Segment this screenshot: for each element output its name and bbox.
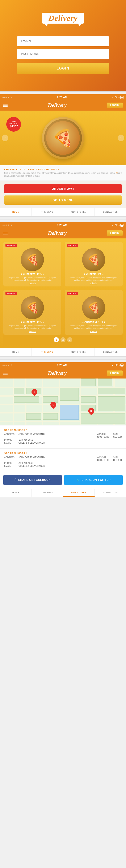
pizza: [46, 121, 80, 155]
menu-badge-1[interactable]: ORDER: [5, 244, 17, 247]
facebook-share-button[interactable]: f SHARE ON FACEBOOK: [3, 475, 62, 485]
menu-link-4[interactable]: + details: [90, 331, 97, 333]
wifi-icon-3: ⌾: [11, 364, 12, 367]
status-bar-left: ⌾: [3, 96, 12, 99]
signal-dot-m3: [6, 224, 7, 225]
signal-dot-m4: [8, 224, 9, 225]
pin-letter-3: D: [90, 410, 92, 412]
store-2-phone-row: PHONE: (123) 456-1561: [4, 462, 122, 464]
menu-link-1[interactable]: + details: [29, 282, 36, 284]
hero-info: CHESSE XL FOR 11,99$ & FREE DELIVERY Sed…: [0, 165, 126, 181]
signal-dot-s3: [6, 365, 7, 366]
hero-banner: NEW CHEESE XL $11⁹⁹ ‹ ›: [0, 111, 126, 165]
hamburger-icon-2[interactable]: [3, 232, 7, 235]
prev-arrow[interactable]: ‹: [2, 134, 8, 141]
header-login-btn-3[interactable]: LOGIN: [107, 371, 123, 376]
twitter-share-button[interactable]: 🐦 Share ON Twitter: [64, 475, 123, 485]
bottom-nav-2: HOME THE MENU OUR STORES CONTACT US: [0, 348, 126, 356]
login-button[interactable]: LOGIN: [17, 63, 109, 74]
battery-percent: 66%: [115, 96, 120, 99]
go-to-menu-button[interactable]: GO TO MENU: [4, 195, 122, 205]
menu-desc-3: adipisci velit, sed quia non numquam eiu…: [5, 324, 59, 330]
pin-circle-3: D: [87, 407, 95, 415]
login-screen: Delivery LOGIN: [0, 0, 126, 91]
signal-dot-3: [6, 97, 7, 98]
status-bar-time: 9:23 AM: [57, 96, 67, 99]
nav-contact-2[interactable]: CONTACT US: [95, 348, 126, 356]
status-bar-time-2: 9:23 AM: [57, 223, 67, 227]
menu-pizza-4: 🍕: [82, 296, 105, 319]
hamburger-icon[interactable]: [3, 104, 7, 106]
block-water: [60, 405, 79, 420]
block-10: [98, 378, 112, 386]
status-bar-right-3: ▲ 66% ▬: [112, 364, 124, 367]
logo-text: Delivery: [48, 14, 78, 23]
nav-stores[interactable]: OUR STORES: [63, 208, 95, 216]
battery-percent-3: 66%: [115, 364, 120, 366]
page-3-btn[interactable]: 3: [67, 337, 72, 342]
order-now-button[interactable]: ORDER NOW !: [4, 184, 122, 193]
app-header: Delivery LOGIN: [0, 100, 126, 111]
nav-contact-3[interactable]: CONTACT US: [95, 489, 126, 497]
pizza-board: [44, 119, 82, 157]
store-1-address-content: JOHN DOE 20 WEST BANK MON-FRI: 09:00 - 1…: [18, 433, 122, 438]
password-input[interactable]: [17, 49, 109, 59]
badge-price: $11⁹⁹: [10, 124, 17, 128]
menu-link-3[interactable]: + details: [29, 331, 36, 333]
nav-menu-3[interactable]: THE MENU: [32, 489, 63, 497]
dot-2[interactable]: [118, 172, 120, 174]
nav-stores-2[interactable]: OUR STORES: [63, 348, 95, 356]
signal-dot-s4: [8, 365, 9, 366]
pizza-image: [42, 117, 84, 159]
store-1-info: STORE NUMBER 1 ADDRESS: JOHN DOE 20 WEST…: [0, 425, 126, 448]
page-1-btn[interactable]: 1: [54, 337, 59, 342]
store-1-monfri: MON-FRI: 09:00 - 18:00: [97, 433, 109, 438]
location-icon: ▲: [112, 96, 114, 99]
block-1: [14, 388, 24, 394]
wifi-icon-2: ⌾: [11, 224, 12, 227]
location-icon-3: ▲: [112, 364, 114, 366]
store-1-sun-label: SUN:: [113, 433, 122, 435]
app-logo-2: Delivery: [48, 230, 67, 236]
header-login-btn[interactable]: LOGIN: [107, 102, 123, 108]
map-pin-1[interactable]: D: [32, 389, 37, 395]
map-pin-2[interactable]: D: [50, 402, 56, 408]
menu-link-2[interactable]: + details: [90, 282, 97, 284]
nav-menu[interactable]: THE MENU: [32, 208, 63, 216]
facebook-label: SHARE ON FACEBOOK: [18, 478, 51, 482]
menu-badge-3[interactable]: ORDER: [5, 292, 17, 295]
store-1-phone-label: PHONE:: [4, 439, 17, 441]
menu-name-1: ✦ CHEESE XL 11°$ ✦: [20, 273, 44, 276]
nav-home-3[interactable]: HOME: [0, 489, 32, 497]
status-bar-2: ⌾ 9:23 AM ▲ 66% ▬: [0, 222, 126, 228]
dot-3[interactable]: [121, 172, 122, 174]
block-12: [81, 396, 95, 403]
nav-home[interactable]: HOME: [0, 208, 32, 216]
nav-stores-3[interactable]: OUR STORES: [63, 489, 95, 497]
login-input[interactable]: [17, 36, 109, 46]
nav-contact[interactable]: CONTACT US: [95, 208, 126, 216]
next-arrow[interactable]: ›: [118, 134, 124, 141]
block-9: [81, 378, 95, 386]
store-2-title: STORE NUMBER 2: [4, 452, 122, 455]
store-1-address-label: ADDRESS:: [4, 433, 17, 438]
menu-badge-4[interactable]: ORDER: [67, 292, 78, 295]
pin-letter-2: D: [52, 403, 54, 406]
menu-badge-2[interactable]: ORDER: [67, 244, 78, 247]
page-2-btn[interactable]: 2: [60, 337, 66, 342]
store-2-address-label: ADDRESS:: [4, 456, 17, 461]
status-bar-3: ⌾ 9:23 AM ▲ 66% ▬: [0, 362, 126, 368]
twitter-icon: 🐦: [76, 478, 80, 482]
store-2-hours: MON-SAT: 09:00 - 19:00 SUN: CLOSED: [97, 456, 122, 461]
signal-dot-4: [8, 97, 9, 98]
map-pin-3[interactable]: D: [88, 408, 94, 414]
nav-menu-2[interactable]: THE MENU: [32, 348, 63, 356]
menu-content: ORDER 🍕 ✦ CHEESE XL 11°$ ✦ adipisci veli…: [0, 239, 126, 348]
hero-desc: Sed ut perspiciatis unde iste natus erro…: [4, 172, 122, 178]
battery-percent-2: 66%: [115, 224, 120, 226]
nav-home-2[interactable]: HOME: [0, 348, 32, 356]
header-login-btn-2[interactable]: LOGIN: [107, 230, 123, 236]
dot-1[interactable]: [116, 172, 118, 174]
store-2-email-val: ORDERS@DELIVERY.COM: [18, 465, 45, 467]
hamburger-icon-3[interactable]: [3, 372, 7, 374]
